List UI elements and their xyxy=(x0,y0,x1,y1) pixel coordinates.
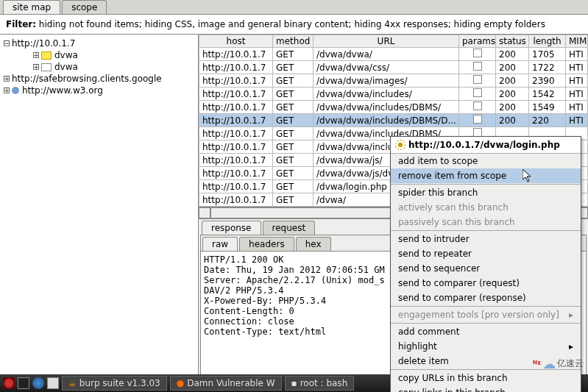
tab-request[interactable]: request xyxy=(263,221,316,235)
col-mime[interactable]: MIM xyxy=(566,35,588,48)
tab-hex[interactable]: hex xyxy=(296,237,331,251)
ctx-add-scope[interactable]: add item to scope xyxy=(391,154,581,168)
ctx-passive-scan: passively scan this branch xyxy=(391,215,581,229)
filter-bar[interactable]: Filter: hiding not found items; hiding C… xyxy=(0,15,588,35)
ctx-copy-links[interactable]: copy links in this branch xyxy=(391,385,581,392)
checkbox[interactable] xyxy=(473,101,482,110)
table-row[interactable]: http://10.0.1.7GET/dvwa/dvwa/includes/DB… xyxy=(199,114,588,127)
ctx-delete[interactable]: delete item xyxy=(391,354,581,368)
filter-text: hiding not found items; hiding CSS, imag… xyxy=(39,19,545,29)
ctx-repeater[interactable]: send to repeater xyxy=(391,246,581,261)
ctx-comparer-res[interactable]: send to comparer (response) xyxy=(391,291,581,305)
ctx-highlight[interactable]: highlight xyxy=(391,339,581,354)
table-header-row[interactable]: host method URL params status length MIM xyxy=(199,35,588,48)
tab-sitemap[interactable]: site map xyxy=(3,0,60,14)
col-host[interactable]: host xyxy=(199,35,273,48)
tab-raw[interactable]: raw xyxy=(202,237,238,251)
ctx-active-scan: actively scan this branch xyxy=(391,200,581,215)
table-row[interactable]: http://10.0.1.7GET/dvwa/dvwa/css/2001722… xyxy=(199,61,588,74)
file-icon xyxy=(41,63,52,71)
task-firefox[interactable]: ●Damn Vulnerable W xyxy=(170,376,282,391)
main-tabs: site map scope xyxy=(0,0,588,15)
ctx-spider[interactable]: spider this branch xyxy=(391,185,581,200)
checkbox[interactable] xyxy=(473,115,482,124)
col-url[interactable]: URL xyxy=(314,35,459,48)
ctx-copy-urls[interactable]: copy URLs in this branch xyxy=(391,371,581,385)
ctx-intruder[interactable]: send to intruder xyxy=(391,232,581,246)
task-bash[interactable]: ▪root : bash xyxy=(285,376,355,391)
menu-icon[interactable] xyxy=(3,377,15,389)
checkbox[interactable] xyxy=(473,75,482,84)
checkbox[interactable] xyxy=(473,62,482,71)
tab-headers[interactable]: headers xyxy=(239,237,294,251)
ctx-remove-scope[interactable]: remove item from scope xyxy=(391,168,581,183)
tree-root-2[interactable]: ⊞ http://safebrowsing.clients.google xyxy=(3,73,195,85)
collapse-icon[interactable]: ⊟ xyxy=(3,38,12,49)
expand-icon[interactable]: ⊞ xyxy=(32,50,41,60)
col-method[interactable]: method xyxy=(273,35,314,48)
tab-scope[interactable]: scope xyxy=(62,0,107,14)
expand-icon[interactable]: ⊞ xyxy=(32,62,41,72)
task-burp[interactable]: ☕burp suite v1.3.03 xyxy=(62,376,167,391)
chevron-right-icon xyxy=(569,341,573,352)
tree-child-dvwa[interactable]: ⊞ dvwa xyxy=(32,61,195,73)
gear-icon xyxy=(395,140,405,150)
table-row[interactable]: http://10.0.1.7GET/dvwa/dvwa/images/2002… xyxy=(199,74,588,88)
table-row[interactable]: http://10.0.1.7GET/dvwa/dvwa/2001705HTI xyxy=(199,48,588,61)
java-icon: ☕ xyxy=(68,378,77,388)
ctx-comment[interactable]: add comment xyxy=(391,324,581,339)
table-row[interactable]: http://10.0.1.7GET/dvwa/dvwa/includes/20… xyxy=(199,88,588,101)
world-icon[interactable] xyxy=(32,377,44,389)
col-length[interactable]: length xyxy=(529,35,566,48)
chevron-right-icon xyxy=(569,310,573,320)
checkbox[interactable] xyxy=(473,88,482,97)
ctx-title: http://10.0.1.7/dvwa/login.php xyxy=(391,137,581,154)
globe-icon xyxy=(12,87,19,94)
folder-icon xyxy=(41,51,52,60)
terminal-icon: ▪ xyxy=(291,378,297,388)
ctx-sequencer[interactable]: send to sequencer xyxy=(391,261,581,276)
col-status[interactable]: status xyxy=(496,35,529,48)
filter-label: Filter: xyxy=(6,19,36,29)
table-row[interactable]: http://10.0.1.7GET/dvwa/dvwa/includes/DB… xyxy=(199,101,588,114)
firefox-icon: ● xyxy=(177,378,184,388)
tree-child-dvwa-folder[interactable]: ⊞ dvwa xyxy=(32,49,195,61)
scroll-left-button[interactable] xyxy=(199,207,210,218)
terminal-icon[interactable] xyxy=(18,377,29,389)
ctx-comparer-req[interactable]: send to comparer (request) xyxy=(391,276,581,291)
col-params[interactable]: params xyxy=(459,35,496,48)
expand-icon[interactable]: ⊞ xyxy=(3,85,12,96)
checkbox[interactable] xyxy=(473,49,482,57)
tree-root-1[interactable]: ⊟ http://10.0.1.7 xyxy=(3,38,195,49)
ctx-engagement: engagement tools [pro version only] xyxy=(391,307,581,322)
files-icon[interactable] xyxy=(47,377,59,389)
tree-root-3[interactable]: ⊞ http://www.w3.org xyxy=(3,85,195,96)
context-menu: http://10.0.1.7/dvwa/login.php add item … xyxy=(390,136,581,392)
expand-icon[interactable]: ⊞ xyxy=(3,74,12,84)
tab-response[interactable]: response xyxy=(202,221,261,235)
tree-pane: ⊟ http://10.0.1.7 ⊞ dvwa ⊞ dvwa ⊞ http:/… xyxy=(0,35,199,392)
